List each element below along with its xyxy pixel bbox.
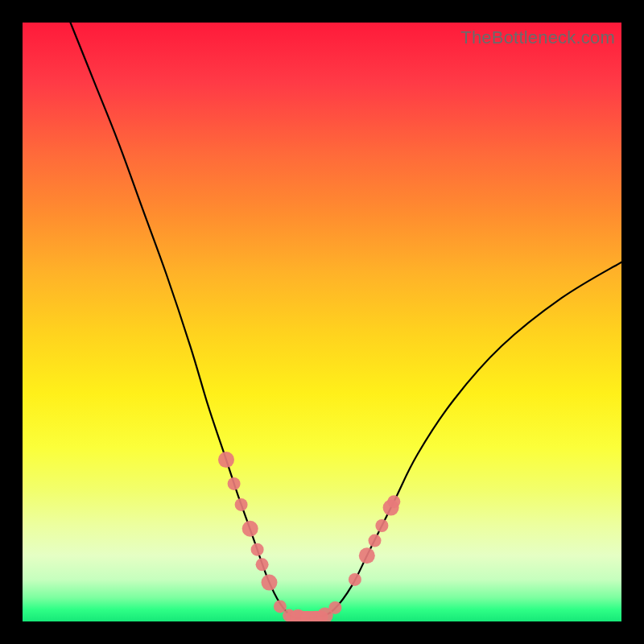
marker-dot <box>359 547 375 564</box>
marker-dot <box>387 495 400 508</box>
chart-plot-area: TheBottleneck.com <box>23 23 621 621</box>
marker-dot <box>369 535 382 547</box>
marker-dot <box>218 452 234 468</box>
marker-dot <box>262 575 278 591</box>
marker-dot <box>235 498 248 511</box>
marker-dot <box>375 519 388 532</box>
marker-dot <box>228 477 241 490</box>
marker-dot <box>256 558 269 571</box>
watermark-text: TheBottleneck.com <box>460 27 615 48</box>
marker-dot <box>242 521 258 537</box>
marker-dot <box>328 601 341 614</box>
highlight-markers <box>23 23 621 621</box>
marker-dot <box>349 573 361 586</box>
marker-dot <box>251 543 264 556</box>
